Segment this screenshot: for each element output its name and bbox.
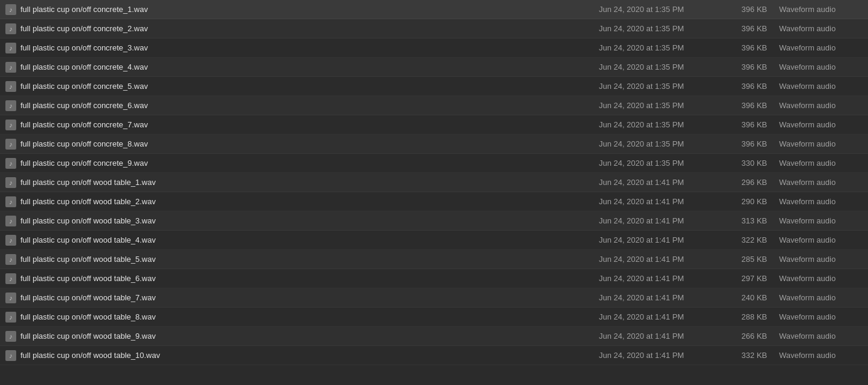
table-row[interactable]: ♪ full plastic cup on/off concrete_3.wav… (0, 38, 868, 58)
music-file-icon: ♪ (5, 120, 16, 130)
music-file-icon: ♪ (5, 293, 16, 303)
table-row[interactable]: ♪ full plastic cup on/off concrete_1.wav… (0, 0, 868, 19)
file-name: full plastic cup on/off concrete_5.wav (20, 82, 599, 91)
music-file-icon: ♪ (5, 62, 16, 73)
file-type: Waveform audio (779, 312, 863, 321)
file-list: ♪ full plastic cup on/off concrete_1.wav… (0, 0, 868, 365)
music-file-icon: ♪ (5, 100, 16, 111)
file-size: 313 KB (731, 216, 779, 225)
music-note-symbol: ♪ (9, 256, 13, 263)
music-file-icon: ♪ (5, 216, 16, 226)
music-note-symbol: ♪ (9, 102, 13, 109)
music-note-symbol: ♪ (9, 217, 13, 225)
file-size: 240 KB (731, 293, 779, 302)
file-icon-container: ♪ (5, 61, 17, 73)
file-type: Waveform audio (779, 293, 863, 302)
file-date: Jun 24, 2020 at 1:35 PM (599, 120, 731, 129)
file-size: 396 KB (731, 139, 779, 148)
table-row[interactable]: ♪ full plastic cup on/off wood table_3.w… (0, 211, 868, 231)
file-date: Jun 24, 2020 at 1:41 PM (599, 274, 731, 283)
file-type: Waveform audio (779, 178, 863, 187)
table-row[interactable]: ♪ full plastic cup on/off wood table_8.w… (0, 308, 868, 327)
table-row[interactable]: ♪ full plastic cup on/off concrete_8.wav… (0, 135, 868, 154)
table-row[interactable]: ♪ full plastic cup on/off wood table_5.w… (0, 250, 868, 269)
file-type: Waveform audio (779, 43, 863, 52)
music-file-icon: ♪ (5, 273, 16, 284)
file-type: Waveform audio (779, 159, 863, 168)
music-file-icon: ♪ (5, 158, 16, 169)
file-name: full plastic cup on/off concrete_7.wav (20, 120, 599, 129)
music-file-icon: ♪ (5, 350, 16, 361)
file-icon-container: ♪ (5, 4, 17, 16)
music-note-symbol: ♪ (9, 25, 13, 32)
file-date: Jun 24, 2020 at 1:41 PM (599, 178, 731, 187)
file-name: full plastic cup on/off wood table_1.wav (20, 178, 599, 187)
file-icon-container: ♪ (5, 177, 17, 189)
music-note-symbol: ♪ (9, 83, 13, 90)
music-note-symbol: ♪ (9, 352, 13, 359)
file-size: 297 KB (731, 274, 779, 283)
file-date: Jun 24, 2020 at 1:41 PM (599, 255, 731, 264)
file-size: 266 KB (731, 332, 779, 341)
table-row[interactable]: ♪ full plastic cup on/off wood table_10.… (0, 346, 868, 365)
table-row[interactable]: ♪ full plastic cup on/off wood table_6.w… (0, 269, 868, 288)
music-file-icon: ♪ (5, 4, 16, 15)
file-type: Waveform audio (779, 62, 863, 71)
file-date: Jun 24, 2020 at 1:35 PM (599, 82, 731, 91)
table-row[interactable]: ♪ full plastic cup on/off concrete_9.wav… (0, 154, 868, 173)
file-date: Jun 24, 2020 at 1:35 PM (599, 101, 731, 110)
file-size: 396 KB (731, 43, 779, 52)
music-file-icon: ♪ (5, 43, 16, 53)
music-note-symbol: ♪ (9, 333, 13, 340)
music-file-icon: ♪ (5, 196, 16, 207)
file-size: 322 KB (731, 235, 779, 244)
file-name: full plastic cup on/off concrete_1.wav (20, 5, 599, 14)
file-icon-container: ♪ (5, 196, 17, 208)
table-row[interactable]: ♪ full plastic cup on/off concrete_4.wav… (0, 58, 868, 77)
file-date: Jun 24, 2020 at 1:41 PM (599, 197, 731, 206)
file-size: 396 KB (731, 5, 779, 14)
music-file-icon: ♪ (5, 81, 16, 92)
table-row[interactable]: ♪ full plastic cup on/off concrete_7.wav… (0, 115, 868, 135)
file-size: 332 KB (731, 351, 779, 360)
file-type: Waveform audio (779, 255, 863, 264)
table-row[interactable]: ♪ full plastic cup on/off concrete_5.wav… (0, 77, 868, 96)
music-note-symbol: ♪ (9, 160, 13, 167)
file-icon-container: ♪ (5, 273, 17, 285)
music-note-symbol: ♪ (9, 6, 13, 13)
file-date: Jun 24, 2020 at 1:41 PM (599, 312, 731, 321)
table-row[interactable]: ♪ full plastic cup on/off wood table_2.w… (0, 192, 868, 211)
table-row[interactable]: ♪ full plastic cup on/off wood table_7.w… (0, 288, 868, 308)
music-note-symbol: ♪ (9, 294, 13, 302)
table-row[interactable]: ♪ full plastic cup on/off concrete_6.wav… (0, 96, 868, 115)
file-date: Jun 24, 2020 at 1:35 PM (599, 24, 731, 33)
file-name: full plastic cup on/off wood table_5.wav (20, 255, 599, 264)
music-file-icon: ♪ (5, 139, 16, 150)
file-name: full plastic cup on/off wood table_3.wav (20, 216, 599, 225)
music-note-symbol: ♪ (9, 121, 13, 129)
table-row[interactable]: ♪ full plastic cup on/off wood table_4.w… (0, 231, 868, 250)
table-row[interactable]: ♪ full plastic cup on/off concrete_2.wav… (0, 19, 868, 38)
file-type: Waveform audio (779, 120, 863, 129)
music-file-icon: ♪ (5, 312, 16, 323)
file-icon-container: ♪ (5, 138, 17, 150)
file-name: full plastic cup on/off wood table_4.wav (20, 235, 599, 244)
file-date: Jun 24, 2020 at 1:41 PM (599, 293, 731, 302)
file-icon-container: ♪ (5, 42, 17, 54)
file-name: full plastic cup on/off wood table_10.wa… (20, 351, 599, 360)
table-row[interactable]: ♪ full plastic cup on/off wood table_1.w… (0, 173, 868, 192)
file-date: Jun 24, 2020 at 1:35 PM (599, 43, 731, 52)
file-date: Jun 24, 2020 at 1:35 PM (599, 159, 731, 168)
file-date: Jun 24, 2020 at 1:41 PM (599, 332, 731, 341)
music-note-symbol: ♪ (9, 314, 13, 321)
file-name: full plastic cup on/off concrete_4.wav (20, 62, 599, 71)
file-type: Waveform audio (779, 5, 863, 14)
file-name: full plastic cup on/off wood table_9.wav (20, 332, 599, 341)
music-file-icon: ♪ (5, 235, 16, 246)
file-name: full plastic cup on/off wood table_7.wav (20, 293, 599, 302)
file-size: 396 KB (731, 120, 779, 129)
file-name: full plastic cup on/off concrete_3.wav (20, 43, 599, 52)
table-row[interactable]: ♪ full plastic cup on/off wood table_9.w… (0, 327, 868, 346)
file-date: Jun 24, 2020 at 1:35 PM (599, 5, 731, 14)
music-file-icon: ♪ (5, 254, 16, 265)
